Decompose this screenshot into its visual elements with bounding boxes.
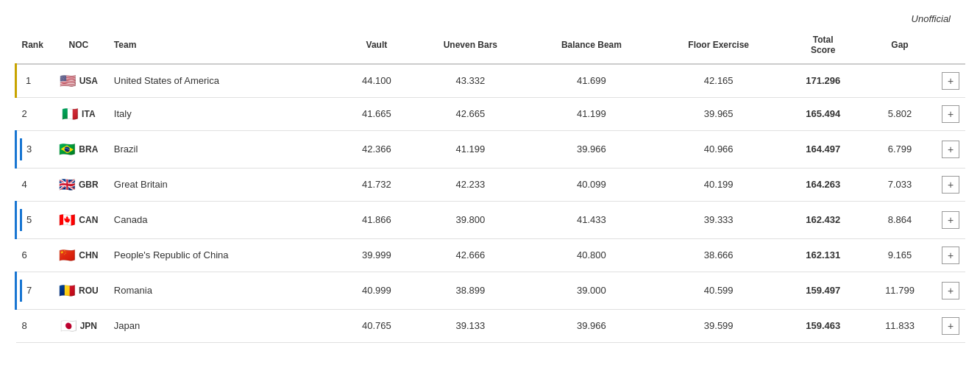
cell-floor-exercise: 40.599	[655, 272, 782, 309]
add-button[interactable]: +	[942, 105, 959, 123]
cell-uneven-bars: 42.665	[413, 97, 528, 130]
cell-total-score: 171.296	[782, 64, 864, 98]
cell-gap: 9.165	[864, 238, 936, 272]
cell-uneven-bars: 39.800	[413, 201, 528, 238]
cell-team: Italy	[108, 97, 341, 130]
col-add	[936, 27, 965, 64]
country-flag: 🇺🇸	[60, 74, 76, 88]
cell-total-score: 164.263	[782, 168, 864, 201]
cell-floor-exercise: 39.333	[655, 201, 782, 238]
cell-uneven-bars: 41.199	[413, 130, 528, 168]
cell-add[interactable]: +	[936, 168, 965, 201]
cell-team: Romania	[108, 272, 341, 309]
cell-rank: 5	[16, 201, 49, 238]
add-button[interactable]: +	[942, 247, 959, 264]
add-button[interactable]: +	[942, 176, 959, 194]
cell-rank: 8	[16, 309, 49, 342]
cell-uneven-bars: 38.899	[413, 272, 528, 309]
cell-gap	[864, 64, 936, 98]
cell-rank: 3	[16, 130, 49, 168]
cell-floor-exercise: 40.966	[655, 130, 782, 168]
add-button[interactable]: +	[942, 317, 959, 335]
table-row: 2🇮🇹ITAItaly41.66542.66541.19939.965165.4…	[16, 97, 966, 130]
country-flag: 🇨🇳	[59, 249, 75, 262]
table-row: 7🇷🇴ROURomania40.99938.89939.00040.599159…	[16, 272, 966, 309]
cell-gap: 6.799	[864, 130, 936, 168]
cell-floor-exercise: 39.965	[655, 97, 782, 130]
cell-uneven-bars: 42.233	[413, 168, 528, 201]
cell-balance-beam: 41.199	[528, 97, 655, 130]
cell-add[interactable]: +	[936, 97, 965, 130]
cell-team: People's Republic of China	[108, 238, 341, 272]
add-button[interactable]: +	[942, 211, 959, 229]
main-container: Unofficial Rank NOC Team Vault Uneven Ba…	[0, 0, 980, 350]
cell-floor-exercise: 40.199	[655, 168, 782, 201]
cell-add[interactable]: +	[936, 309, 965, 342]
country-flag: 🇯🇵	[60, 319, 77, 333]
table-row: 6🇨🇳CHNPeople's Republic of China39.99942…	[16, 238, 966, 272]
cell-team: Brazil	[108, 130, 341, 168]
cell-rank: 6	[16, 238, 49, 272]
cell-gap: 5.802	[864, 97, 936, 130]
results-table: Rank NOC Team Vault Uneven Bars Balance …	[15, 27, 965, 343]
cell-add[interactable]: +	[936, 238, 965, 272]
country-flag: 🇷🇴	[59, 284, 75, 297]
cell-add[interactable]: +	[936, 201, 965, 238]
cell-floor-exercise: 42.165	[655, 64, 782, 98]
noc-code: ROU	[79, 286, 99, 296]
col-uneven-bars: Uneven Bars	[413, 27, 528, 64]
cell-add[interactable]: +	[936, 130, 965, 168]
country-flag: 🇮🇹	[62, 107, 78, 121]
cell-vault: 41.732	[341, 168, 413, 201]
table-row: 3🇧🇷BRABrazil42.36641.19939.96640.966164.…	[16, 130, 966, 168]
cell-noc: 🇷🇴ROU	[49, 272, 108, 309]
cell-gap: 7.033	[864, 168, 936, 201]
cell-noc: 🇨🇳CHN	[49, 238, 108, 272]
add-button[interactable]: +	[942, 141, 959, 158]
cell-noc: 🇧🇷BRA	[49, 130, 108, 168]
cell-vault: 42.366	[341, 130, 413, 168]
col-team: Team	[108, 27, 341, 64]
cell-add[interactable]: +	[936, 272, 965, 309]
cell-balance-beam: 39.000	[528, 272, 655, 309]
noc-code: CHN	[79, 250, 98, 260]
cell-team: Canada	[108, 201, 341, 238]
cell-balance-beam: 39.966	[528, 309, 655, 342]
cell-team: Japan	[108, 309, 341, 342]
col-gap: Gap	[864, 27, 936, 64]
cell-noc: 🇯🇵JPN	[49, 309, 108, 342]
cell-total-score: 159.497	[782, 272, 864, 309]
cell-uneven-bars: 39.133	[413, 309, 528, 342]
noc-code: BRA	[79, 144, 98, 155]
cell-rank: 2	[16, 97, 49, 130]
table-row: 5🇨🇦CANCanada41.86639.80041.43339.333162.…	[16, 201, 966, 238]
cell-noc: 🇮🇹ITA	[49, 97, 108, 130]
cell-vault: 39.999	[341, 238, 413, 272]
country-flag: 🇬🇧	[59, 178, 75, 191]
country-flag: 🇧🇷	[59, 143, 75, 156]
cell-uneven-bars: 42.666	[413, 238, 528, 272]
cell-total-score: 164.497	[782, 130, 864, 168]
cell-vault: 41.866	[341, 201, 413, 238]
add-button[interactable]: +	[942, 72, 959, 90]
cell-add[interactable]: +	[936, 64, 965, 98]
add-button[interactable]: +	[942, 282, 959, 299]
cell-rank: 7	[16, 272, 49, 309]
noc-code: USA	[79, 76, 98, 86]
status-badge: Unofficial	[15, 7, 965, 27]
cell-noc: 🇺🇸USA	[49, 64, 108, 98]
cell-total-score: 159.463	[782, 309, 864, 342]
cell-uneven-bars: 43.332	[413, 64, 528, 98]
noc-code: GBR	[79, 180, 99, 190]
cell-balance-beam: 40.099	[528, 168, 655, 201]
cell-noc: 🇬🇧GBR	[49, 168, 108, 201]
col-noc: NOC	[49, 27, 108, 64]
col-total-score: TotalScore	[782, 27, 864, 64]
col-balance-beam: Balance Beam	[528, 27, 655, 64]
cell-balance-beam: 41.433	[528, 201, 655, 238]
cell-rank: 4	[16, 168, 49, 201]
col-rank: Rank	[16, 27, 49, 64]
cell-total-score: 165.494	[782, 97, 864, 130]
cell-rank: 1	[16, 64, 49, 98]
cell-vault: 40.765	[341, 309, 413, 342]
